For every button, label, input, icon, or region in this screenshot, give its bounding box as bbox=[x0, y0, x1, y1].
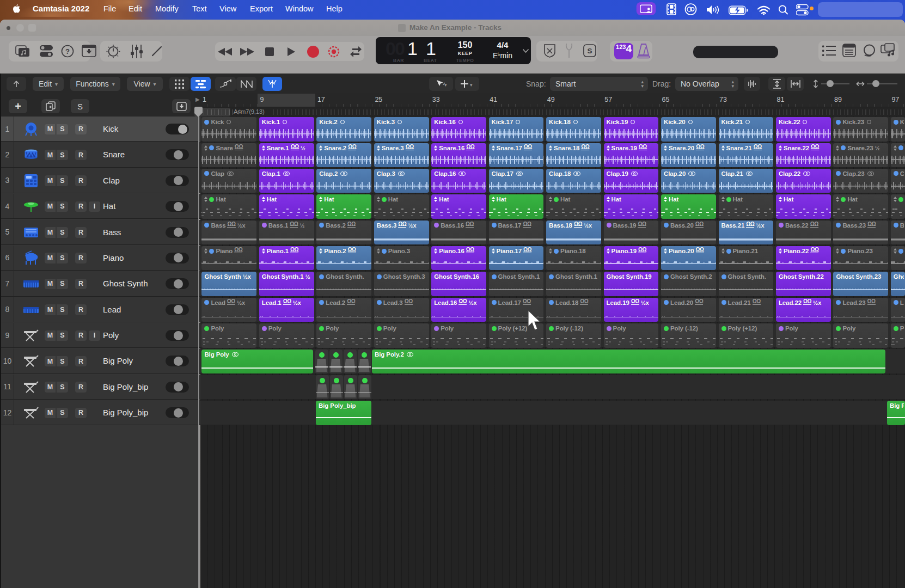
svg-text:S: S bbox=[587, 47, 592, 55]
svg-text:?: ? bbox=[65, 47, 70, 56]
svg-text:▾: ▾ bbox=[470, 82, 473, 88]
svg-text:▾: ▾ bbox=[444, 82, 447, 88]
